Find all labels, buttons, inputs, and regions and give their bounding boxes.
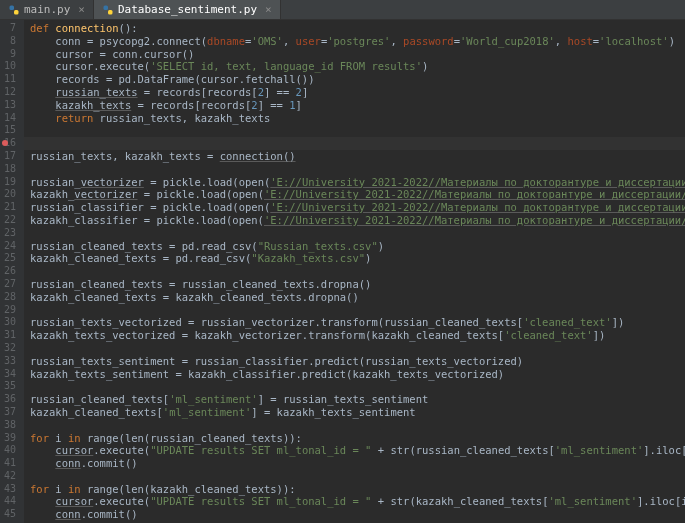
- code-line: russian_texts_sentiment = russian_classi…: [30, 355, 685, 368]
- line-number: 40: [4, 444, 16, 457]
- code-line: kazakh_classifier = pickle.load(open('E:…: [30, 214, 685, 227]
- line-number: 24: [4, 240, 16, 253]
- code-line: [30, 342, 685, 355]
- line-number: 42: [4, 470, 16, 483]
- code-line: def connection():: [30, 22, 685, 35]
- line-number: 10: [4, 60, 16, 73]
- tab-label: main.py: [24, 3, 70, 16]
- code-line: russian_cleaned_texts = russian_cleaned_…: [30, 278, 685, 291]
- tab-label: Database_sentiment.py: [118, 3, 257, 16]
- tab-main-py[interactable]: main.py ×: [0, 0, 94, 19]
- code-line: [30, 265, 685, 278]
- line-number: 13: [4, 99, 16, 112]
- line-number: 7: [4, 22, 16, 35]
- code-line: [30, 163, 685, 176]
- tab-database-sentiment-py[interactable]: Database_sentiment.py ×: [94, 0, 281, 19]
- close-icon[interactable]: ×: [265, 3, 272, 16]
- code-line: kazakh_texts_sentiment = kazakh_classifi…: [30, 368, 685, 381]
- code-line: russian_vectorizer = pickle.load(open('E…: [30, 176, 685, 189]
- code-line: return russian_texts, kazakh_texts: [30, 112, 685, 125]
- code-line: kazakh_vectorizer = pickle.load(open('E:…: [30, 188, 685, 201]
- line-number: 32: [4, 342, 16, 355]
- line-number: 25: [4, 252, 16, 265]
- line-number: 12: [4, 86, 16, 99]
- line-number: 41: [4, 457, 16, 470]
- line-number: 19: [4, 176, 16, 189]
- svg-rect-0: [10, 5, 15, 10]
- line-number: 27: [4, 278, 16, 291]
- line-number: 33: [4, 355, 16, 368]
- line-number: 14: [4, 112, 16, 125]
- code-line: conn = psycopg2.connect(dbname='OMS', us…: [30, 35, 685, 48]
- svg-rect-1: [14, 10, 19, 15]
- line-number: 23: [4, 227, 16, 240]
- line-number: 22: [4, 214, 16, 227]
- code-line: russian_texts_vectorized = russian_vecto…: [30, 316, 685, 329]
- code-line: russian_classifier = pickle.load(open('E…: [30, 201, 685, 214]
- code-line: for i in range(len(russian_cleaned_texts…: [30, 432, 685, 445]
- code-line: conn.commit(): [30, 457, 685, 470]
- code-line: russian_cleaned_texts['ml_sentiment'] = …: [30, 393, 685, 406]
- code-line: [30, 124, 685, 137]
- code-line: cursor = conn.cursor(): [30, 48, 685, 61]
- code-line: records = pd.DataFrame(cursor.fetchall()…: [30, 73, 685, 86]
- line-number: 36: [4, 393, 16, 406]
- line-number: 37: [4, 406, 16, 419]
- line-number: 20: [4, 188, 16, 201]
- svg-rect-2: [103, 5, 108, 10]
- code-area[interactable]: def connection(): conn = psycopg2.connec…: [24, 20, 685, 523]
- line-number: 11: [4, 73, 16, 86]
- line-number: 28: [4, 291, 16, 304]
- line-number: 39: [4, 432, 16, 445]
- code-line: russian_texts, kazakh_texts = connection…: [30, 150, 685, 163]
- code-line: [30, 227, 685, 240]
- line-number: 38: [4, 419, 16, 432]
- line-number: 9: [4, 48, 16, 61]
- svg-rect-3: [108, 10, 113, 15]
- line-number: 30: [4, 316, 16, 329]
- code-line: kazakh_texts = records[records[2] == 1]: [30, 99, 685, 112]
- line-number: 45: [4, 508, 16, 521]
- line-number: 21: [4, 201, 16, 214]
- code-line: russian_cleaned_texts = pd.read_csv("Rus…: [30, 240, 685, 253]
- line-number: 31: [4, 329, 16, 342]
- line-number: 26: [4, 265, 16, 278]
- code-line: [30, 304, 685, 317]
- code-line: [30, 380, 685, 393]
- code-line: kazakh_cleaned_texts = kazakh_cleaned_te…: [30, 291, 685, 304]
- line-number: 18: [4, 163, 16, 176]
- code-line: cursor.execute("UPDATE results SET ml_to…: [30, 444, 685, 457]
- line-number: 44: [4, 495, 16, 508]
- line-number: 8: [4, 35, 16, 48]
- close-icon[interactable]: ×: [78, 3, 85, 16]
- code-line: cursor.execute('SELECT id, text, languag…: [30, 60, 685, 73]
- line-gutter: 7891011121314151617181920212223242526272…: [0, 20, 24, 523]
- code-line: kazakh_texts_vectorized = kazakh_vectori…: [30, 329, 685, 342]
- line-number: 43: [4, 483, 16, 496]
- line-number: 34: [4, 368, 16, 381]
- python-file-icon: [8, 4, 20, 16]
- python-file-icon: [102, 4, 114, 16]
- code-line: russian_texts = records[records[2] == 2]: [30, 86, 685, 99]
- code-line: [30, 470, 685, 483]
- code-editor[interactable]: 7891011121314151617181920212223242526272…: [0, 20, 685, 523]
- line-number: 17: [4, 150, 16, 163]
- code-line: [30, 419, 685, 432]
- code-line: conn.commit(): [30, 508, 685, 521]
- editor-tabs: main.py × Database_sentiment.py ×: [0, 0, 685, 20]
- code-line: kazakh_cleaned_texts['ml_sentiment'] = k…: [30, 406, 685, 419]
- code-line: kazakh_cleaned_texts = pd.read_csv("Kaza…: [30, 252, 685, 265]
- line-number: 29: [4, 304, 16, 317]
- code-line: [30, 137, 685, 150]
- line-number: 15: [4, 124, 16, 137]
- code-line: for i in range(len(kazakh_cleaned_texts)…: [30, 483, 685, 496]
- line-number: 35: [4, 380, 16, 393]
- code-line: cursor.execute("UPDATE results SET ml_to…: [30, 495, 685, 508]
